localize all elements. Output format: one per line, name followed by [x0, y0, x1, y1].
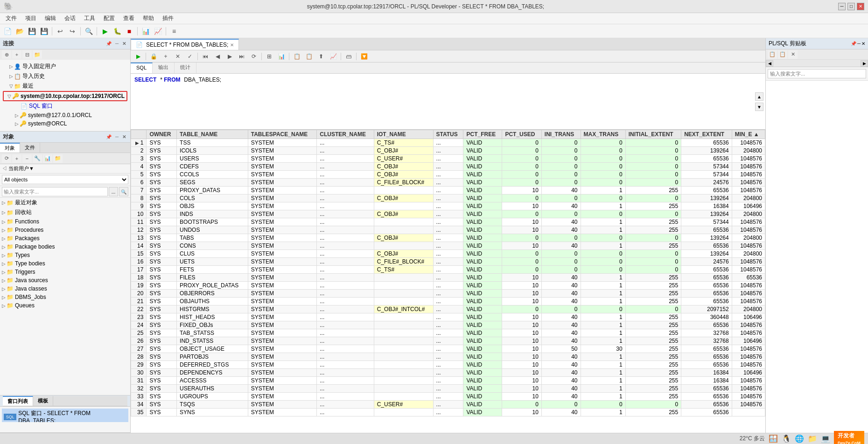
col-iot[interactable]: IOT_NAME	[374, 130, 433, 139]
obj-min-btn[interactable]: ─	[114, 134, 120, 139]
obj-tree-type-bodies[interactable]: ▷ 📁 Type bodies	[0, 259, 130, 268]
col-tablespace[interactable]: TABLESPACE_NAME	[248, 130, 317, 139]
conn-min-btn[interactable]: ─	[114, 41, 120, 46]
col-max-trans[interactable]: MAX_TRANS	[581, 130, 625, 139]
col-next-extent[interactable]: NEXT_EXTENT	[681, 130, 732, 139]
obj-tree-recent[interactable]: ▷ 📁 最近对象	[0, 198, 130, 208]
conn-folder-btn[interactable]: 📁	[33, 50, 42, 59]
inner-tab-output[interactable]: 输出	[153, 62, 175, 73]
editor-tab-main[interactable]: 📄 SELECT * FROM DBA_TABLES; ✕	[131, 39, 239, 50]
tab-objects[interactable]: 对象	[0, 143, 20, 153]
conn-tree-sql-window[interactable]: 📄 SQL 窗口	[2, 101, 128, 111]
right-copy-btn[interactable]: 📋	[768, 50, 777, 59]
col-table-name[interactable]: TABLE_NAME	[177, 130, 248, 139]
sql-cancel-btn[interactable]: ✕	[172, 51, 183, 62]
right-pin-btn[interactable]: 📌	[851, 41, 856, 46]
save-btn[interactable]: 💾	[26, 26, 37, 36]
sql-refresh-btn[interactable]: ⟳	[248, 51, 259, 62]
sql-chart2-btn[interactable]: 📈	[328, 51, 339, 62]
objects-search-btn[interactable]: ...	[109, 187, 118, 196]
inner-tab-sql[interactable]: SQL	[131, 62, 153, 73]
col-ini-trans[interactable]: INI_TRANS	[541, 130, 581, 139]
sql-first-btn[interactable]: ⏮	[200, 51, 211, 62]
obj-tree-packages[interactable]: ▷ 📁 Packages	[0, 234, 130, 243]
new-btn[interactable]: 📄	[2, 26, 13, 36]
obj-refresh-btn[interactable]: ⟳	[2, 154, 11, 163]
sql-add-row-btn[interactable]: +	[160, 51, 171, 62]
conn-pin-btn[interactable]: 📌	[105, 41, 113, 46]
inner-tab-stats[interactable]: 统计	[175, 62, 196, 73]
sql-prev-btn[interactable]: ◀	[212, 51, 223, 62]
objects-search-input[interactable]	[2, 187, 108, 196]
sql-paste-btn[interactable]: 📋	[303, 51, 315, 62]
right-paste-btn[interactable]: 📋	[778, 50, 787, 59]
objects-search-icon-btn[interactable]: 🔍	[119, 187, 128, 196]
conn-tree-current-conn[interactable]: ▽ 🔑 system@10.tcp.cpolar.top:12917/ORCL	[3, 91, 127, 101]
find-btn[interactable]: 🔍	[83, 26, 94, 36]
obj-tree-recycle[interactable]: ▷ 📁 回收站	[0, 208, 130, 217]
sql-editor[interactable]: SELECT * FROM DBA_TABLES; ▲ ▼	[131, 74, 765, 130]
obj-tree-triggers[interactable]: ▷ 📁 Triggers	[0, 268, 130, 276]
conn-add-btn[interactable]: +	[12, 50, 21, 59]
sql-last-btn[interactable]: ⏭	[236, 51, 247, 62]
obj-tree-queues[interactable]: ▷ 📁 Queues	[0, 301, 130, 310]
right-scroll-right[interactable]: ▶	[861, 60, 868, 67]
menu-edit[interactable]: 编辑	[41, 14, 60, 23]
conn-close-btn[interactable]: ✕	[121, 41, 127, 46]
close-button[interactable]: ✕	[857, 3, 864, 10]
conn-tree-import-history[interactable]: ▷ 📋 导入历史	[2, 71, 128, 81]
conn-remove-btn[interactable]: ⊟	[22, 50, 32, 59]
obj-tree-types[interactable]: ▷ 📁 Types	[0, 251, 130, 259]
autotrace-btn[interactable]: 📈	[152, 26, 163, 36]
col-status[interactable]: STATUS	[433, 130, 463, 139]
menu-project[interactable]: 项目	[21, 14, 40, 23]
scroll-up-btn[interactable]: ▲	[755, 92, 763, 101]
sql-grid-btn[interactable]: ⊞	[264, 51, 275, 62]
sql-check-btn[interactable]: ✓	[184, 51, 196, 62]
right-close-btn[interactable]: ✕	[861, 41, 865, 46]
conn-tree-conn2[interactable]: ▷ 🔑 system@127.0.0.1/ORCL	[2, 111, 128, 119]
tab-files[interactable]: 文件	[20, 143, 40, 153]
obj-minus-btn[interactable]: −	[22, 154, 32, 163]
filter-select[interactable]: All objects	[2, 175, 128, 184]
stop-btn[interactable]: ■	[124, 26, 135, 36]
conn-tree-import-users[interactable]: ▷ 👤 导入固定用户	[2, 62, 128, 71]
col-initial-extent[interactable]: INITIAL_EXTENT	[625, 130, 681, 139]
menu-session[interactable]: 会话	[61, 14, 79, 23]
sql-copy-btn[interactable]: 📋	[291, 51, 302, 62]
conn-new-btn[interactable]: ⊕	[2, 50, 11, 59]
col-min-e[interactable]: MIN_E ▲	[732, 130, 765, 139]
menu-view[interactable]: 查看	[119, 14, 138, 23]
sql-filter-btn[interactable]: 🔽	[358, 51, 370, 62]
maximize-button[interactable]: □	[847, 3, 855, 10]
obj-pin-btn[interactable]: 📌	[105, 134, 113, 139]
obj-close-btn[interactable]: ✕	[121, 134, 127, 139]
right-scroll-left[interactable]: ◀	[766, 60, 773, 67]
obj-tree-functions[interactable]: ▷ 📁 Functions	[0, 217, 130, 226]
run-btn[interactable]: ▶	[99, 26, 111, 36]
menu-plugin[interactable]: 插件	[159, 14, 177, 23]
open-btn[interactable]: 📂	[14, 26, 25, 36]
sql-next-btn[interactable]: ▶	[224, 51, 235, 62]
obj-tree-java-sources[interactable]: ▷ 📁 Java sources	[0, 276, 130, 284]
right-min-btn[interactable]: ─	[857, 41, 861, 46]
obj-tree-java-classes[interactable]: ▷ 📁 Java classes	[0, 284, 130, 293]
sql-export-btn[interactable]: ⬆	[315, 51, 327, 62]
conn-tree-recent[interactable]: ▽ 📁 最近	[2, 81, 128, 91]
explain-btn[interactable]: 📊	[140, 26, 151, 36]
right-delete-btn[interactable]: ✕	[788, 50, 798, 59]
sql-run-btn[interactable]: ▶	[133, 51, 144, 62]
menu-config[interactable]: 配置	[100, 14, 119, 23]
debug-btn[interactable]: 🐛	[112, 26, 123, 36]
obj-tree-dbms-jobs[interactable]: ▷ 📁 DBMS_Jobs	[0, 293, 130, 301]
obj-add-btn[interactable]: +	[12, 154, 21, 163]
minimize-button[interactable]: ─	[838, 3, 846, 10]
menu-file[interactable]: 文件	[2, 14, 21, 23]
col-pct-used[interactable]: PCT_USED	[502, 130, 541, 139]
redo-btn[interactable]: ↪	[67, 26, 78, 36]
wl-tab-templates[interactable]: 模板	[33, 396, 53, 406]
col-cluster[interactable]: CLUSTER_NAME	[317, 130, 374, 139]
right-search-input[interactable]	[768, 69, 866, 78]
wl-tab-window-list[interactable]: 窗口列表	[3, 396, 33, 406]
obj-folder-btn[interactable]: 📁	[53, 154, 63, 163]
